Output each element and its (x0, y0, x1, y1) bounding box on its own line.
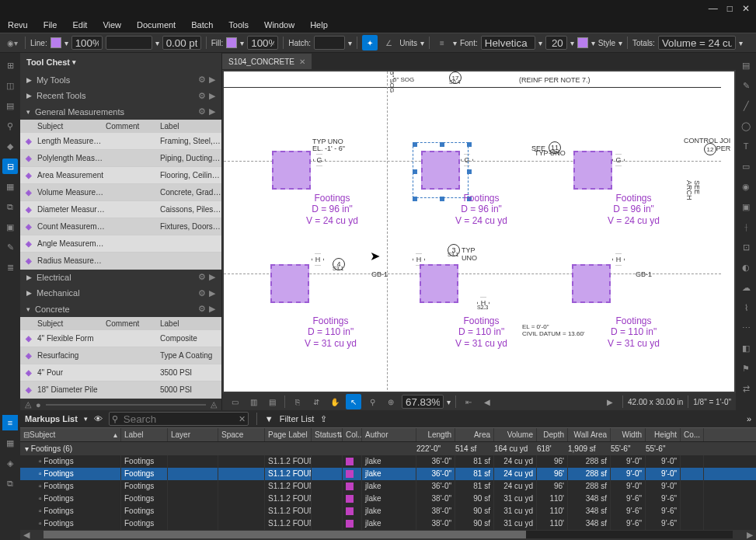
line-style-select[interactable] (106, 36, 152, 50)
col-author[interactable]: Author (362, 428, 416, 441)
maximize-icon[interactable]: □ (727, 3, 733, 14)
measure-icon[interactable]: ⟊ (738, 219, 754, 235)
profile-icon[interactable]: ◉▾ (5, 35, 20, 51)
split-v-icon[interactable]: ▥ (246, 394, 261, 409)
footing-markup-selected[interactable] (421, 151, 460, 190)
tool-row[interactable]: ◈Area MeasurementFlooring, Ceiling, Glaz… (20, 167, 221, 184)
pan-icon[interactable]: ✋ (327, 394, 343, 409)
zoom-input[interactable] (402, 395, 444, 409)
col-area[interactable]: Area (455, 428, 494, 441)
menu-batch[interactable]: Batch (191, 20, 213, 30)
col-pagelabel[interactable]: Page Label (265, 428, 312, 441)
menu-window[interactable]: Window (264, 20, 294, 30)
filter-icon[interactable]: ▼ (265, 414, 273, 423)
forms-icon[interactable]: ▣ (2, 219, 18, 235)
note-tool-icon[interactable]: ▭ (738, 159, 754, 174)
footing-markup[interactable] (573, 151, 612, 190)
col-volume[interactable]: Volume (494, 428, 537, 441)
thumbnails-icon[interactable]: ⊞ (2, 57, 18, 73)
angle-icon[interactable]: ∠ (381, 35, 396, 51)
fill-color-swatch[interactable] (226, 37, 237, 48)
fill-opacity-input[interactable] (247, 36, 278, 50)
totals-value[interactable] (658, 36, 736, 50)
section-recent-tools[interactable]: ▶ Recent Tools ⚙ ▶ (20, 88, 221, 104)
style-label[interactable]: Style (598, 39, 615, 47)
bookmarks-icon[interactable]: ◫ (2, 78, 18, 93)
select-icon[interactable]: ↖ (346, 394, 361, 409)
search-input[interactable] (109, 412, 249, 426)
arrow-right-icon[interactable]: ▶ (209, 75, 215, 85)
markup-row[interactable]: ▫ FootingsFootingsS1.1.2 FOUN...jlake38'… (20, 493, 756, 505)
col-status[interactable]: Status ⇅ (312, 428, 343, 441)
image-icon[interactable]: ▣ (738, 199, 754, 214)
measurements-icon[interactable]: ▦ (2, 435, 18, 451)
horizontal-scrollbar[interactable]: ◀ ▶ (20, 530, 756, 540)
menu-tools[interactable]: Tools (228, 20, 249, 30)
stamp-icon[interactable]: ◉ (738, 179, 754, 194)
arrow-right-icon[interactable]: ▶ (209, 288, 215, 298)
footing-markup[interactable] (270, 264, 309, 303)
arrow-right-icon[interactable]: ▶ (209, 106, 215, 117)
hatch-select[interactable] (314, 36, 345, 50)
prev-page-icon[interactable]: ◀ (479, 394, 495, 409)
toolchest-icon[interactable]: ⊟ (2, 159, 18, 174)
col-width[interactable]: Width (611, 428, 646, 441)
studio-icon[interactable]: ◆ (2, 138, 18, 154)
cloud-icon[interactable]: ☁ (738, 280, 754, 295)
tool-row[interactable]: ◈4" Flexible FormComposite (20, 330, 221, 347)
menu-view[interactable]: View (103, 20, 121, 30)
gear-icon[interactable]: ⚙ (198, 75, 206, 85)
tool-row[interactable]: ◈Polylength MeasurementPiping, Ducting, … (20, 150, 221, 167)
close-icon[interactable]: ✕ (742, 3, 750, 14)
col-wallarea[interactable]: Wall Area (568, 428, 611, 441)
markup-row[interactable]: ▫ FootingsFootingsS1.1.2 FOUN...jlake36'… (20, 455, 756, 468)
arrow-right-icon[interactable]: ▶ (209, 91, 215, 101)
signatures-icon[interactable]: ✎ (2, 239, 18, 255)
markups-list-icon[interactable]: ≡ (2, 415, 18, 430)
compare-icon[interactable]: ⇄ (738, 381, 754, 396)
tool-row[interactable]: ◈Length MeasurementFraming, Steel, Grid … (20, 133, 221, 150)
footing-markup[interactable] (272, 151, 311, 190)
flag-icon[interactable]: ⚑ (738, 361, 754, 376)
pen-tool-icon[interactable]: ✎ (738, 78, 754, 93)
more-tools-icon[interactable]: ⋯ (738, 320, 754, 336)
close-tab-icon[interactable]: ✕ (299, 57, 305, 66)
align-icon[interactable]: ≡ (434, 35, 450, 51)
tool-row[interactable]: ◈Diameter MeasurementCaissons, Piles, Co… (20, 201, 221, 218)
tool-row[interactable]: ◈ResurfacingType A Coating (20, 347, 221, 364)
export-icon[interactable]: ⇪ (320, 414, 327, 424)
tool-row[interactable]: ◈Volume MeasurementConcrete, Grading (20, 184, 221, 201)
zoom-icon[interactable]: ⚲ (364, 394, 380, 409)
split-h-icon[interactable]: ▤ (264, 394, 280, 409)
col-layer[interactable]: Layer (168, 428, 218, 441)
units-label[interactable]: Units (399, 39, 417, 47)
triangle-right-icon[interactable]: ◬ (211, 399, 217, 409)
col-comments[interactable]: Co... (681, 428, 704, 441)
scroll-icon[interactable]: ⇵ (308, 394, 324, 409)
hide-markups-icon[interactable]: 👁 (94, 414, 103, 423)
col-length[interactable]: Length (416, 428, 455, 441)
tool-row[interactable]: ◈Radius Measurement (20, 253, 221, 270)
compare-panel-icon[interactable]: ⧉ (2, 476, 18, 491)
clear-search-icon[interactable]: ✕ (239, 414, 246, 424)
line-tool-icon[interactable]: ╱ (738, 98, 754, 113)
filter-label[interactable]: Filter List (280, 414, 315, 423)
font-size-input[interactable] (545, 36, 567, 50)
sets-icon[interactable]: ▦ (2, 179, 18, 194)
triangle-left-icon[interactable]: ◬ (25, 399, 31, 409)
menu-document[interactable]: Document (137, 20, 176, 30)
menu-edit[interactable]: Edit (72, 20, 87, 30)
arrow-right-icon[interactable]: ▶ (209, 304, 215, 314)
eraser-icon[interactable]: ◧ (738, 340, 754, 356)
gear-icon[interactable]: ⚙ (198, 91, 206, 101)
chevron-down-icon[interactable]: ▾ (72, 58, 76, 66)
gear-icon[interactable]: ⚙ (198, 106, 206, 117)
markup-row[interactable]: ▫ FootingsFootingsS1.1.2 FOUN...jlake38'… (20, 517, 756, 530)
first-page-icon[interactable]: ⇤ (461, 394, 476, 409)
layers-icon[interactable]: ≣ (2, 260, 18, 275)
section-concrete[interactable]: ▾ Concrete ⚙ ▶ (20, 301, 221, 318)
autosize-icon[interactable]: ✦ (362, 35, 378, 51)
text-tool-icon[interactable]: T (738, 138, 754, 154)
tool-row[interactable]: ◈Count MeasurementFixtures, Doors, Wind.… (20, 218, 221, 235)
3d-icon[interactable]: ◈ (2, 455, 18, 471)
